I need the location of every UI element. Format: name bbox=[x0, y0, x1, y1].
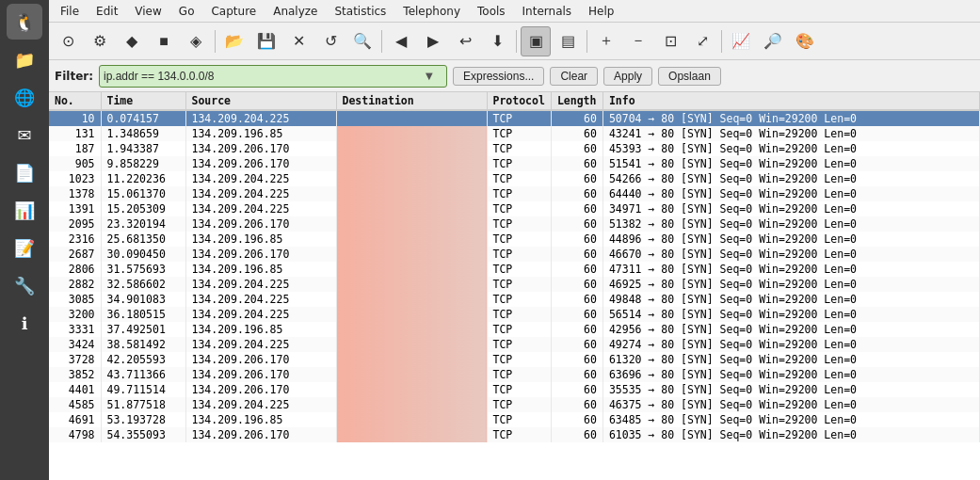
menu-help[interactable]: Help bbox=[581, 3, 621, 20]
table-row[interactable]: 4691 53.193728 134.209.196.85 TCP 60 634… bbox=[49, 412, 980, 427]
zoom-in-button[interactable]: ＋ bbox=[591, 26, 621, 56]
packet-table-wrap[interactable]: No. Time Source Destination Protocol Len… bbox=[49, 92, 980, 480]
download-button[interactable]: ⬇ bbox=[482, 26, 512, 56]
cell-time: 54.355093 bbox=[101, 427, 185, 442]
separator-1 bbox=[215, 30, 216, 53]
cell-source: 134.209.196.85 bbox=[185, 262, 336, 277]
table-row[interactable]: 3852 43.711366 134.209.206.170 TCP 60 63… bbox=[49, 367, 980, 382]
table-row[interactable]: 4798 54.355093 134.209.206.170 TCP 60 61… bbox=[49, 427, 980, 442]
sidebar-icon-info[interactable]: ℹ bbox=[7, 305, 42, 341]
cell-source: 134.209.206.170 bbox=[185, 352, 336, 367]
cell-length: 60 bbox=[551, 186, 602, 201]
sidebar-icon-files[interactable]: 📁 bbox=[7, 41, 42, 77]
table-row[interactable]: 131 1.348659 134.209.196.85 TCP 60 43241… bbox=[49, 126, 980, 141]
table-row[interactable]: 2095 23.320194 134.209.206.170 TCP 60 51… bbox=[49, 216, 980, 232]
table-row[interactable]: 1023 11.220236 134.209.204.225 TCP 60 54… bbox=[49, 171, 980, 186]
table-row[interactable]: 10 0.074157 134.209.204.225 TCP 60 50704… bbox=[49, 110, 980, 126]
reload-button[interactable]: ↺ bbox=[315, 26, 345, 56]
next-button[interactable]: ▶ bbox=[418, 26, 448, 56]
menu-go[interactable]: Go bbox=[171, 3, 202, 20]
sidebar-icon-ubuntu[interactable]: 🐧 bbox=[7, 4, 42, 40]
separator-4 bbox=[586, 30, 587, 53]
shark-button[interactable]: ◆ bbox=[117, 26, 147, 56]
menu-statistics[interactable]: Statistics bbox=[327, 3, 394, 20]
table-row[interactable]: 1391 15.205309 134.209.204.225 TCP 60 34… bbox=[49, 201, 980, 216]
cell-length: 60 bbox=[551, 232, 602, 247]
cell-source: 134.209.204.225 bbox=[185, 110, 336, 126]
menu-capture[interactable]: Capture bbox=[203, 3, 264, 20]
table-row[interactable]: 3728 42.205593 134.209.206.170 TCP 60 61… bbox=[49, 352, 980, 367]
sidebar-icon-document[interactable]: 📄 bbox=[7, 154, 42, 190]
menu-edit[interactable]: Edit bbox=[88, 3, 125, 20]
col-header-protocol[interactable]: Protocol bbox=[487, 92, 551, 110]
view1-button[interactable]: ▣ bbox=[521, 26, 551, 56]
graph-button[interactable]: 📈 bbox=[726, 26, 756, 56]
filter-dropdown-arrow[interactable]: ▼ bbox=[424, 71, 435, 81]
table-row[interactable]: 905 9.858229 134.209.206.170 TCP 60 5154… bbox=[49, 156, 980, 171]
cell-protocol: TCP bbox=[487, 367, 551, 382]
open-button[interactable]: 📂 bbox=[219, 26, 249, 56]
prev-button[interactable]: ◀ bbox=[386, 26, 416, 56]
sidebar-icon-notes[interactable]: 📝 bbox=[7, 230, 42, 265]
table-row[interactable]: 2882 32.586602 134.209.204.225 TCP 60 46… bbox=[49, 277, 980, 292]
menu-tools[interactable]: Tools bbox=[470, 3, 513, 20]
table-row[interactable]: 3424 38.581492 134.209.204.225 TCP 60 49… bbox=[49, 337, 980, 352]
table-row[interactable]: 3331 37.492501 134.209.196.85 TCP 60 429… bbox=[49, 322, 980, 337]
sidebar-icon-settings[interactable]: 🔧 bbox=[7, 267, 42, 303]
cell-source: 134.209.196.85 bbox=[185, 412, 336, 427]
zoom100-button[interactable]: ⊡ bbox=[655, 26, 685, 56]
sidebar-icon-email[interactable]: ✉ bbox=[7, 117, 42, 152]
cell-length: 60 bbox=[551, 322, 602, 337]
table-row[interactable]: 1378 15.061370 134.209.204.225 TCP 60 64… bbox=[49, 186, 980, 201]
table-row[interactable]: 3200 36.180515 134.209.204.225 TCP 60 56… bbox=[49, 307, 980, 322]
expressions-button[interactable]: Expressions... bbox=[453, 67, 544, 86]
color-button[interactable]: 🎨 bbox=[790, 26, 820, 56]
cell-no: 187 bbox=[49, 141, 101, 156]
sidebar-icon-browser[interactable]: 🌐 bbox=[7, 79, 42, 115]
go-back-button[interactable]: ↩ bbox=[450, 26, 480, 56]
cell-source: 134.209.206.170 bbox=[185, 247, 336, 262]
close-button[interactable]: ✕ bbox=[283, 26, 313, 56]
cell-time: 43.711366 bbox=[101, 367, 185, 382]
col-header-no[interactable]: No. bbox=[49, 92, 101, 110]
col-header-source[interactable]: Source bbox=[185, 92, 336, 110]
cell-source: 134.209.196.85 bbox=[185, 232, 336, 247]
resize-button[interactable]: ⤢ bbox=[687, 26, 717, 56]
table-row[interactable]: 4585 51.877518 134.209.204.225 TCP 60 46… bbox=[49, 397, 980, 412]
find-button[interactable]: 🔍 bbox=[347, 26, 378, 56]
packet-tbody: 10 0.074157 134.209.204.225 TCP 60 50704… bbox=[49, 110, 980, 442]
filter-input[interactable] bbox=[104, 70, 424, 83]
zoom-out-button[interactable]: － bbox=[623, 26, 653, 56]
menu-internals[interactable]: Internals bbox=[515, 3, 580, 20]
table-row[interactable]: 3085 34.901083 134.209.204.225 TCP 60 49… bbox=[49, 292, 980, 307]
menu-telephony[interactable]: Telephony bbox=[395, 3, 468, 20]
clear-button[interactable]: Clear bbox=[550, 67, 598, 86]
apply-button[interactable]: Apply bbox=[603, 67, 652, 86]
table-row[interactable]: 2687 30.090450 134.209.206.170 TCP 60 46… bbox=[49, 247, 980, 262]
cell-length: 60 bbox=[551, 292, 602, 307]
menu-file[interactable]: File bbox=[53, 3, 87, 20]
restart-button[interactable]: ◈ bbox=[181, 26, 211, 56]
save-button[interactable]: 💾 bbox=[251, 26, 281, 56]
view2-button[interactable]: ▤ bbox=[553, 26, 583, 56]
cell-source: 134.209.206.170 bbox=[185, 141, 336, 156]
cell-protocol: TCP bbox=[487, 216, 551, 232]
stop-button[interactable]: ■ bbox=[149, 26, 179, 56]
table-row[interactable]: 2316 25.681350 134.209.196.85 TCP 60 448… bbox=[49, 232, 980, 247]
menu-view[interactable]: View bbox=[127, 3, 169, 20]
filter-expr-button[interactable]: 🔎 bbox=[758, 26, 788, 56]
sidebar-icon-calc[interactable]: 📊 bbox=[7, 192, 42, 228]
table-row[interactable]: 187 1.943387 134.209.206.170 TCP 60 4539… bbox=[49, 141, 980, 156]
cell-length: 60 bbox=[551, 262, 602, 277]
col-header-length[interactable]: Length bbox=[551, 92, 602, 110]
col-header-info[interactable]: Info bbox=[602, 92, 979, 110]
col-header-time[interactable]: Time bbox=[101, 92, 185, 110]
options-button[interactable]: ⚙ bbox=[85, 26, 115, 56]
menu-analyze[interactable]: Analyze bbox=[265, 3, 325, 20]
table-row[interactable]: 4401 49.711514 134.209.206.170 TCP 60 35… bbox=[49, 382, 980, 397]
save-filter-button[interactable]: Opslaan bbox=[658, 67, 721, 86]
table-row[interactable]: 2806 31.575693 134.209.196.85 TCP 60 473… bbox=[49, 262, 980, 277]
col-header-destination[interactable]: Destination bbox=[336, 92, 487, 110]
cell-destination bbox=[336, 110, 487, 126]
start-capture-button[interactable]: ⊙ bbox=[53, 26, 83, 56]
